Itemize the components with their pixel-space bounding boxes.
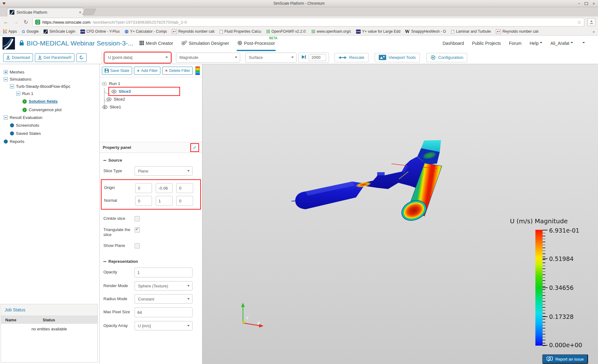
workspace-menu[interactable]	[581, 41, 585, 46]
download-icon	[38, 55, 42, 59]
minimize-icon[interactable]: −	[578, 2, 581, 6]
add-filter-button[interactable]: + Add Filter	[134, 67, 160, 75]
sidebar-item-result-evaluation[interactable]: Result Evaluation	[0, 114, 99, 121]
triangulate-row: Triangulate the slice	[103, 225, 198, 237]
component-select[interactable]: Magnitude	[176, 53, 240, 63]
sidebar-item-convergence-plot[interactable]: Convergence plot	[0, 106, 99, 114]
maximize-icon[interactable]	[585, 2, 588, 5]
bookmarks-overflow-button[interactable]: »	[593, 29, 595, 34]
expand-icon[interactable]	[4, 70, 8, 74]
play-icon[interactable]	[301, 55, 306, 60]
x-icon: ×	[165, 68, 168, 73]
radius-mode-label: Radius Mode	[103, 294, 135, 301]
origin-x-input[interactable]	[135, 183, 152, 193]
bookmark-openfoam-docs[interactable]: OpenFOAM® v2.2.0: Ch	[266, 29, 306, 34]
show-plane-checkbox[interactable]	[135, 243, 140, 248]
simscale-icon	[44, 30, 48, 34]
render-viewport[interactable]: U (m/s) Magnitude 6.931e-01 0.51984 0.34…	[202, 64, 598, 364]
tab-simulation-designer[interactable]: Simulation Designer	[181, 35, 229, 51]
frame-input[interactable]	[309, 54, 326, 61]
reload-icon[interactable]: ↻	[22, 19, 29, 26]
pipeline-item-run1[interactable]: Run 1	[100, 80, 202, 87]
close-icon[interactable]: ×	[592, 2, 595, 6]
sidebar-item-simulations[interactable]: Simulations	[0, 76, 99, 83]
back-icon[interactable]: ←	[2, 19, 9, 25]
origin-y-input[interactable]	[156, 183, 173, 193]
refresh-icon	[79, 55, 83, 59]
radius-mode-select[interactable]: Constant	[135, 294, 192, 304]
download-button[interactable]: Download	[3, 53, 33, 62]
bookmark-reynolds-2[interactable]: AT Reynolds number calcul	[496, 29, 539, 34]
bookmark-laminar-turbulent[interactable]: Laminar and Turbulent	[451, 29, 491, 34]
pipeline-item-slice3[interactable]: Slice3	[109, 87, 179, 95]
crinkle-checkbox[interactable]	[135, 216, 140, 221]
green-grid-icon	[311, 30, 315, 33]
slice-type-select[interactable]: Plane	[135, 166, 192, 176]
sidebar-item-reports[interactable]: Reports	[0, 137, 99, 145]
opacity-array-select[interactable]: U [m/s]	[135, 321, 192, 330]
get-paraview-button[interactable]: Get ParaView®	[35, 53, 75, 62]
bookmark-yplus-les[interactable]: CFD Y+ value for Large Eddy	[356, 29, 400, 34]
bookmark-snappyhexmesh[interactable]: W SnappyHexMesh - Oper	[405, 29, 446, 34]
green-grid-icon	[266, 30, 270, 33]
bookmark-apps[interactable]: Apps	[3, 29, 17, 34]
check-icon	[22, 108, 27, 112]
tab-post-processor[interactable]: Post-Processor BETA	[237, 35, 275, 51]
new-tab-button[interactable]	[82, 9, 96, 15]
tab-mesh-creator[interactable]: Mesh Creator	[140, 35, 173, 51]
opacity-input[interactable]	[135, 267, 192, 277]
bookmark-simscale-login[interactable]: SimScale Login	[44, 29, 75, 34]
nav-forum[interactable]: Forum	[509, 41, 521, 46]
user-menu[interactable]: Ali_Arafat	[550, 41, 573, 46]
sidebar-item-meshes[interactable]: Meshes	[0, 69, 99, 76]
delete-filter-button[interactable]: × Delete Filter	[162, 67, 193, 75]
apply-check-icon[interactable]	[190, 143, 199, 152]
save-state-button[interactable]: Save State	[102, 67, 132, 75]
section-source[interactable]: Source	[103, 158, 198, 163]
pipeline-item-slice1[interactable]: Slice1	[100, 103, 202, 111]
representation-select[interactable]: Surface	[245, 53, 297, 63]
refresh-button[interactable]	[76, 53, 87, 62]
bookmark-google[interactable]: G Google	[22, 29, 39, 34]
normal-z-input[interactable]	[176, 196, 193, 206]
bookmark-fluid-properties[interactable]: Fluid Properties Calcula	[220, 29, 261, 34]
max-pixel-input[interactable]	[135, 307, 192, 317]
nav-public-projects[interactable]: Public Projects	[472, 41, 501, 46]
rescale-button[interactable]: Rescale	[335, 53, 368, 62]
bookmark-reynolds-1[interactable]: AT Reynolds number calcul	[172, 29, 215, 34]
section-representation[interactable]: Representation	[103, 259, 198, 264]
bookmark-yplus-calculator[interactable]: Y+ Calculator - Comput	[125, 29, 167, 34]
browser-profile-button[interactable]	[587, 18, 596, 26]
browser-tab[interactable]: SimScale Platform ×	[7, 8, 84, 17]
colormap-icon[interactable]	[195, 66, 200, 75]
field-select[interactable]: U [point-data]	[105, 53, 171, 63]
node-icon	[10, 123, 14, 127]
origin-z-input[interactable]	[176, 183, 193, 193]
pipeline-item-slice2[interactable]: Slice2	[100, 95, 202, 103]
forward-icon[interactable]: →	[12, 19, 19, 25]
sidebar-item-simulation[interactable]: Turb-Steady-BloodFlow-85pc	[0, 83, 99, 90]
configuration-button[interactable]: Configuration	[426, 53, 467, 62]
render-mode-select[interactable]: Sphere (Texture)	[135, 281, 192, 291]
sidebar-item-solution-fields[interactable]: Solution fields	[0, 97, 99, 106]
secure-badge-icon[interactable]	[35, 20, 40, 25]
normal-x-input[interactable]	[135, 196, 152, 206]
report-issue-button[interactable]: Report an issue	[542, 354, 588, 364]
sidebar-item-screenshots[interactable]: Screenshots	[0, 121, 99, 129]
collapse-icon[interactable]	[4, 77, 8, 81]
sidebar-item-run1[interactable]: Run 1	[0, 90, 99, 97]
bookmark-cfd-online[interactable]: CFD CFD Online - Y-Plus Wal	[80, 29, 120, 34]
viewport-tools-button[interactable]: Viewport Tools	[375, 53, 420, 62]
bookmark-openfoam-org[interactable]: www.openfoam.org/doc	[311, 29, 351, 34]
sidebar-item-saved-states[interactable]: Saved States	[0, 129, 99, 137]
nav-dashboard[interactable]: Dashboard	[443, 41, 464, 46]
normal-y-input[interactable]	[156, 196, 173, 206]
collapse-icon[interactable]	[16, 92, 20, 96]
collapse-icon[interactable]	[4, 116, 8, 120]
tab-close-icon[interactable]: ×	[79, 10, 81, 15]
triangulate-checkbox[interactable]	[135, 227, 140, 233]
bookmark-star-icon[interactable]: ☆	[577, 19, 581, 25]
nav-help[interactable]: Help	[530, 41, 543, 46]
collapse-icon[interactable]	[10, 84, 14, 88]
address-bar[interactable]: https://www.simscale.com /workbench/?pid…	[32, 18, 584, 26]
